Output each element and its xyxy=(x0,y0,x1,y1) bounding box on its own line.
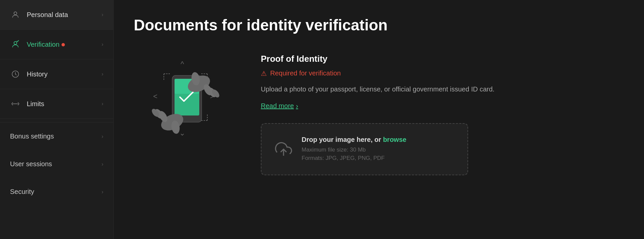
phone-hands-illustration: < > ^ ⌄ xyxy=(137,50,237,144)
history-icon xyxy=(10,69,21,79)
sidebar-item-user-sessions-label: User sessions xyxy=(10,160,102,168)
sidebar-item-security-label: Security xyxy=(10,188,102,196)
sidebar-item-security[interactable]: Security › xyxy=(0,178,113,206)
sidebar-item-verification-label: Verification xyxy=(27,41,102,48)
upload-text-area: Drop your image here, or browse Maximum … xyxy=(302,136,406,163)
sidebar-item-history[interactable]: History › xyxy=(0,59,113,89)
required-notice: ⚠ Required for verification xyxy=(261,69,624,77)
upload-icon xyxy=(275,141,292,158)
sidebar-item-bonus-settings[interactable]: Bonus settings › xyxy=(0,122,113,150)
notification-dot xyxy=(62,43,65,46)
svg-point-0 xyxy=(14,12,17,15)
sidebar-item-user-sessions[interactable]: User sessions › xyxy=(0,150,113,178)
main-content: Documents for identity verification < > … xyxy=(114,0,644,239)
drop-text: Drop your image here, or xyxy=(302,136,383,143)
svg-point-1 xyxy=(14,41,17,44)
sidebar-item-verification[interactable]: Verification › xyxy=(0,30,113,59)
read-more-link[interactable]: Read more › xyxy=(261,102,298,110)
chevron-right-icon: › xyxy=(102,161,103,167)
proof-of-identity-title: Proof of Identity xyxy=(261,54,624,64)
upload-dropzone[interactable]: Drop your image here, or browse Maximum … xyxy=(261,123,468,175)
svg-text:<: < xyxy=(153,92,157,100)
chevron-right-icon: › xyxy=(102,101,103,107)
size-limit-text: Maximum file size: 30 Mb xyxy=(302,147,366,153)
sidebar-item-bonus-settings-label: Bonus settings xyxy=(10,133,102,140)
chevron-right-icon: › xyxy=(102,12,103,18)
read-more-label: Read more xyxy=(261,102,294,110)
proof-description: Upload a photo of your passport, license… xyxy=(261,84,624,94)
verification-icon xyxy=(10,39,21,50)
info-panel: Proof of Identity ⚠ Required for verific… xyxy=(261,50,624,175)
browse-link[interactable]: browse xyxy=(383,136,406,143)
svg-text:^: ^ xyxy=(181,60,184,68)
sidebar: Personal data › Verification › History › xyxy=(0,0,114,239)
illustration-area: < > ^ ⌄ xyxy=(134,50,241,144)
chevron-right-icon: › xyxy=(102,134,103,140)
sidebar-item-history-label: History xyxy=(27,70,102,78)
warning-icon: ⚠ xyxy=(261,69,267,77)
upload-main-text: Drop your image here, or browse xyxy=(302,136,406,144)
content-area: < > ^ ⌄ xyxy=(134,50,624,175)
person-icon xyxy=(10,9,21,20)
chevron-right-icon: › xyxy=(102,189,103,195)
chevron-right-icon: › xyxy=(102,71,103,77)
formats-text: Formats: JPG, JPEG, PNG, PDF xyxy=(302,155,385,161)
chevron-right-icon: › xyxy=(296,102,298,110)
sidebar-item-personal-data[interactable]: Personal data › xyxy=(0,0,113,30)
chevron-right-icon: › xyxy=(102,41,103,47)
sidebar-item-limits-label: Limits xyxy=(27,100,102,108)
sidebar-item-personal-data-label: Personal data xyxy=(27,11,102,19)
upload-sub-text: Maximum file size: 30 Mb Formats: JPG, J… xyxy=(302,146,406,163)
required-notice-label: Required for verification xyxy=(270,69,341,77)
sidebar-item-limits[interactable]: Limits › xyxy=(0,89,113,119)
page-title: Documents for identity verification xyxy=(134,17,624,34)
limits-icon xyxy=(10,98,21,109)
svg-text:⌄: ⌄ xyxy=(179,129,185,137)
